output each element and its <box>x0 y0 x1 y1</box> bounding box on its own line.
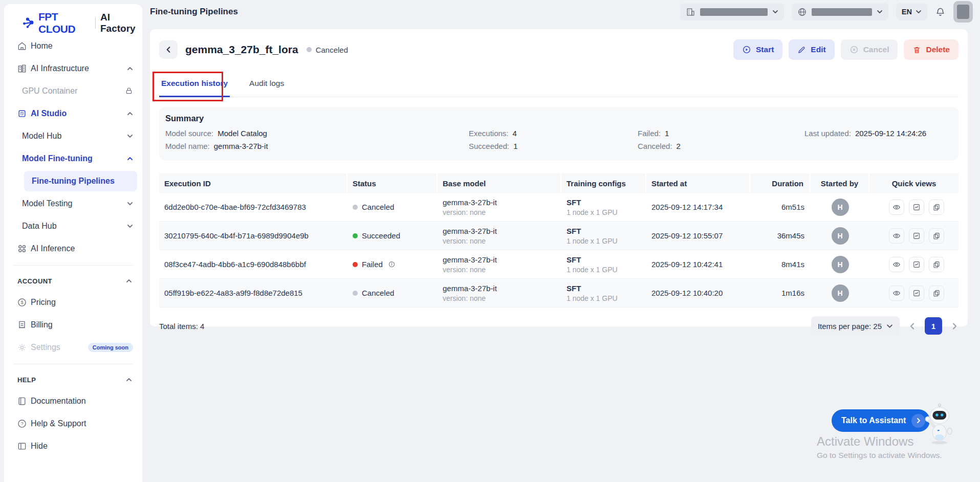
status-badge: Canceled <box>347 289 438 297</box>
back-button[interactable] <box>159 40 178 59</box>
executions-table: Execution ID Status Base model Training … <box>159 173 959 308</box>
sidebar-item-model-testing[interactable]: Model Testing <box>4 192 142 215</box>
infrastructure-icon <box>16 63 28 74</box>
sidebar-item-help-support[interactable]: ? Help & Support <box>4 412 142 435</box>
redacted-value <box>812 8 872 16</box>
tab-audit-logs[interactable]: Audit logs <box>248 71 285 97</box>
sidebar-item-settings[interactable]: Settings Coming soon <box>4 336 142 359</box>
copy-icon <box>932 260 941 269</box>
sidebar-item-documentation[interactable]: Documentation <box>4 390 142 412</box>
info-icon[interactable] <box>388 260 396 268</box>
copy-button[interactable] <box>929 228 944 244</box>
svg-text:$: $ <box>20 300 23 305</box>
next-page-button[interactable] <box>951 322 959 330</box>
coming-soon-badge: Coming soon <box>88 343 133 352</box>
metrics-button[interactable] <box>909 286 924 301</box>
table-header: Execution ID Status Base model Training … <box>159 173 959 193</box>
book-icon <box>16 396 28 406</box>
succeeded-count: Succeeded:1 <box>469 140 638 152</box>
sidebar-item-ai-studio[interactable]: AI Studio <box>4 102 142 125</box>
talk-to-assistant-button[interactable]: Talk to Assistant <box>832 409 930 432</box>
sidebar-item-billing[interactable]: Billing <box>4 314 142 336</box>
tab-execution-history[interactable]: Execution history <box>160 71 229 97</box>
delete-button[interactable]: Delete <box>904 39 959 60</box>
sidebar-item-hide[interactable]: Hide <box>4 435 142 457</box>
sidebar-item-fine-tuning-pipelines[interactable]: Fine-tuning Pipelines <box>24 171 137 191</box>
view-details-button[interactable] <box>889 228 904 244</box>
tab-bar: Execution history Audit logs <box>159 71 959 97</box>
pipeline-status: Canceled <box>307 46 348 54</box>
base-model-cell: gemma-3-27b-itversion: none <box>438 227 561 245</box>
eye-icon <box>892 232 901 240</box>
notifications-bell-icon[interactable] <box>935 7 946 17</box>
metrics-button[interactable] <box>909 257 924 272</box>
user-initial-avatar: H <box>832 227 849 245</box>
billing-icon <box>16 320 28 330</box>
fpt-cloud-logo-icon <box>21 16 35 30</box>
table-row[interactable]: 08f3ce47-4adb-4bb6-a1c9-690d848b6bbf Fai… <box>159 250 959 279</box>
started-at: 2025-09-12 10:55:07 <box>646 231 750 240</box>
collapse-panel-icon <box>16 441 28 451</box>
status-dot <box>353 291 358 296</box>
logo-divider <box>95 17 96 29</box>
started-at: 2025-09-12 10:40:20 <box>646 289 750 297</box>
view-details-button[interactable] <box>889 200 904 215</box>
execution-id: 30210795-640c-4b4f-b71a-6989d9904e9b <box>159 231 347 240</box>
start-button[interactable]: Start <box>733 39 782 60</box>
table-row[interactable]: 05ff919b-e622-4a83-a9f9-f8d8e72de815 Can… <box>159 279 959 308</box>
table-row[interactable]: 30210795-640c-4b4f-b71a-6989d9904e9b Suc… <box>159 222 959 250</box>
grid-circles-icon <box>16 244 28 254</box>
pipeline-title: gemma_3_27b_ft_lora <box>185 43 298 56</box>
sidebar-item-ai-infrastructure[interactable]: AI Infrastructure <box>4 57 142 80</box>
summary-heading: Summary <box>165 114 952 123</box>
started-at: 2025-09-12 10:42:41 <box>646 260 750 269</box>
view-details-button[interactable] <box>889 286 904 301</box>
chevron-up-icon <box>127 65 133 72</box>
metrics-button[interactable] <box>909 228 924 244</box>
workspace-select[interactable] <box>792 3 888 20</box>
sidebar-section-account[interactable]: ACCOUNT <box>4 271 142 291</box>
sidebar-item-data-hub[interactable]: Data Hub <box>4 215 142 237</box>
copy-icon <box>932 203 941 211</box>
training-config-cell: SFT1 node x 1 GPU <box>561 255 646 274</box>
chart-icon <box>912 232 921 240</box>
page-title: Fine-tuning Pipelines <box>150 7 238 17</box>
page-number[interactable]: 1 <box>925 317 942 335</box>
executions-count: Executions:4 <box>469 127 638 140</box>
execution-id: 6dd2e0b0-c70e-4bae-bf69-72cfd3469783 <box>159 203 347 211</box>
status-dot <box>353 262 358 267</box>
sidebar-item-model-hub[interactable]: Model Hub <box>4 125 142 147</box>
copy-button[interactable] <box>929 200 944 215</box>
edit-button[interactable]: Edit <box>789 39 834 60</box>
summary-panel: Summary Model source:Model Catalog Model… <box>159 107 959 160</box>
language-select[interactable]: EN <box>896 3 927 20</box>
started-by: H <box>811 199 869 216</box>
training-config-cell: SFT1 node x 1 GPU <box>561 198 646 216</box>
product-name: AI Factory <box>100 12 142 34</box>
metrics-button[interactable] <box>909 200 924 215</box>
sidebar-divider <box>13 265 133 266</box>
user-avatar[interactable] <box>953 1 973 23</box>
copy-button[interactable] <box>929 286 944 301</box>
sidebar-item-home[interactable]: Home <box>4 35 142 57</box>
sidebar-item-gpu-container[interactable]: GPU Container <box>4 80 142 102</box>
sidebar-section-help[interactable]: HELP <box>4 369 142 390</box>
sidebar-item-pricing[interactable]: $ Pricing <box>4 291 142 314</box>
home-icon <box>16 41 28 51</box>
chip-icon <box>16 108 28 119</box>
eye-icon <box>892 203 901 211</box>
model-source: Model source:Model Catalog <box>165 127 469 140</box>
x-circle-icon <box>850 45 859 54</box>
table-row[interactable]: 6dd2e0b0-c70e-4bae-bf69-72cfd3469783 Can… <box>159 193 959 222</box>
eye-icon <box>892 260 901 269</box>
sidebar-divider <box>13 364 133 364</box>
cancel-button[interactable]: Cancel <box>841 39 898 60</box>
previous-page-button[interactable] <box>908 322 916 330</box>
copy-button[interactable] <box>929 257 944 272</box>
organization-select[interactable] <box>680 3 784 20</box>
items-per-page-select[interactable]: Items per page: 25 <box>811 316 900 336</box>
sidebar-item-ai-inference[interactable]: AI Inference <box>4 237 142 260</box>
chevron-up-icon <box>127 111 133 117</box>
view-details-button[interactable] <box>889 257 904 272</box>
sidebar-item-model-fine-tuning[interactable]: Model Fine-tuning <box>4 147 142 170</box>
